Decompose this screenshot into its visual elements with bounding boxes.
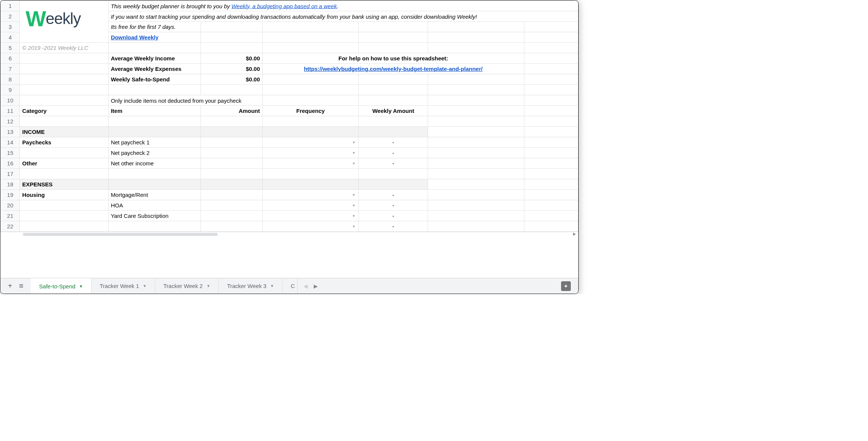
row-header[interactable]: 5 — [1, 43, 20, 53]
row-header[interactable]: 10 — [1, 95, 20, 106]
help-link[interactable]: https://weeklybudgeting.com/weekly-budge… — [304, 66, 483, 72]
row-header[interactable]: 1 — [1, 1, 20, 11]
safe-to-spend-label: Weekly Safe-to-Spend — [108, 74, 201, 85]
weekly-amount-cell: - — [359, 137, 428, 148]
category-housing: Housing — [20, 190, 108, 200]
item-paycheck1[interactable]: Net paycheck 1 — [108, 137, 201, 148]
tab-controls: + ≡ — [4, 278, 31, 294]
row-header[interactable]: 4 — [1, 32, 20, 43]
row-header[interactable]: 11 — [1, 106, 20, 116]
frequency-dropdown[interactable] — [262, 211, 359, 221]
item-mortgage[interactable]: Mortgage/Rent — [108, 190, 201, 200]
frequency-dropdown[interactable] — [262, 158, 359, 169]
tab-safe-to-spend[interactable]: Safe-to-Spend ▼ — [31, 278, 91, 294]
all-sheets-icon[interactable]: ≡ — [19, 282, 24, 290]
sparkle-icon: ✦ — [564, 283, 568, 289]
row-header[interactable]: 18 — [1, 179, 20, 190]
scroll-right-icon[interactable]: ▶ — [573, 232, 576, 236]
tab-tracker-week-1[interactable]: Tracker Week 1 ▼ — [91, 278, 155, 294]
tab-label: Tracker Week 3 — [227, 283, 266, 289]
amount-cell[interactable] — [201, 190, 262, 200]
weekly-amount-cell: - — [359, 158, 428, 169]
tab-label: Safe-to-Spend — [39, 283, 75, 290]
avg-expenses-value: $0.00 — [201, 64, 262, 74]
row-header[interactable]: 7 — [1, 64, 20, 74]
avg-expenses-label: Average Weekly Expenses — [108, 64, 201, 74]
tab-label: Tracker Week 1 — [100, 283, 139, 289]
avg-income-label: Average Weekly Income — [108, 53, 201, 64]
row-header[interactable]: 17 — [1, 169, 20, 179]
intro-line-2: If you want to start tracking your spend… — [108, 11, 578, 22]
tab-partial[interactable]: C — [283, 278, 298, 294]
frequency-dropdown[interactable] — [262, 137, 359, 148]
grid-area: 1 Weekly This weekly budget planner is b… — [0, 0, 578, 278]
row-header[interactable]: 9 — [1, 85, 20, 95]
chevron-down-icon[interactable]: ▼ — [143, 284, 147, 288]
frequency-dropdown[interactable] — [262, 190, 359, 200]
weekly-amount-cell: - — [359, 211, 428, 221]
amount-cell[interactable] — [201, 211, 262, 221]
scrollbar-thumb[interactable] — [23, 233, 218, 236]
weekly-amount-cell: - — [359, 190, 428, 200]
section-expenses: EXPENSES — [20, 179, 108, 190]
weekly-amount-cell: - — [359, 148, 428, 158]
chevron-down-icon[interactable]: ▼ — [79, 284, 83, 288]
download-weekly-link[interactable]: Download Weekly — [111, 34, 159, 40]
add-sheet-icon[interactable]: + — [8, 282, 12, 290]
safe-to-spend-value: $0.00 — [201, 74, 262, 85]
row-header[interactable]: 13 — [1, 127, 20, 137]
item-other-income[interactable]: Net other income — [108, 158, 201, 169]
item-hoa[interactable]: HOA — [108, 200, 201, 211]
frequency-dropdown[interactable] — [262, 148, 359, 158]
logo-cell: Weekly — [20, 1, 108, 43]
amount-cell[interactable] — [201, 148, 262, 158]
tab-navigation: ◀ ▶ — [298, 278, 324, 294]
amount-cell[interactable] — [201, 137, 262, 148]
tab-scroll-right-icon[interactable]: ▶ — [314, 283, 318, 289]
copyright-text: © 2019 -2021 Weekly LLC — [20, 43, 108, 53]
item-yard[interactable]: Yard Care Subscription — [108, 211, 201, 221]
row-header[interactable]: 22 — [1, 221, 20, 232]
row-header[interactable]: 21 — [1, 211, 20, 221]
row-header[interactable]: 12 — [1, 116, 20, 127]
chevron-down-icon[interactable]: ▼ — [270, 284, 274, 288]
row-header[interactable]: 16 — [1, 158, 20, 169]
row-header[interactable]: 20 — [1, 200, 20, 211]
tab-tracker-week-2[interactable]: Tracker Week 2 ▼ — [155, 278, 219, 294]
tab-tracker-week-3[interactable]: Tracker Week 3 ▼ — [219, 278, 283, 294]
item-paycheck2[interactable]: Net paycheck 2 — [108, 148, 201, 158]
col-amount: Amount — [201, 106, 262, 116]
amount-cell[interactable] — [201, 221, 262, 232]
row-header[interactable]: 2 — [1, 11, 20, 22]
col-weekly-amount: Weekly Amount — [359, 106, 428, 116]
note-text: Only include items not deducted from you… — [108, 95, 262, 106]
col-item: Item — [108, 106, 201, 116]
tab-scroll-left-icon[interactable]: ◀ — [304, 283, 308, 289]
chevron-down-icon[interactable]: ▼ — [207, 284, 210, 288]
amount-cell[interactable] — [201, 158, 262, 169]
intro-suffix: . — [337, 3, 338, 9]
spreadsheet-grid[interactable]: 1 Weekly This weekly budget planner is b… — [0, 0, 578, 232]
amount-cell[interactable] — [201, 200, 262, 211]
weekly-app-link[interactable]: Weekly, a budgeting app based on a week — [231, 3, 337, 9]
explore-button[interactable]: ✦ — [561, 281, 571, 291]
row-header[interactable]: 15 — [1, 148, 20, 158]
weekly-amount-cell: - — [359, 221, 428, 232]
category-other: Other — [20, 158, 108, 169]
intro-line-1: This weekly budget planner is brought to… — [108, 1, 578, 11]
avg-income-value: $0.00 — [201, 53, 262, 64]
row-header[interactable]: 8 — [1, 74, 20, 85]
frequency-dropdown[interactable] — [262, 221, 359, 232]
frequency-dropdown[interactable] — [262, 200, 359, 211]
tab-label: C — [291, 283, 295, 289]
col-frequency: Frequency — [262, 106, 359, 116]
row-header[interactable]: 6 — [1, 53, 20, 64]
weekly-logo: Weekly — [25, 4, 81, 29]
spreadsheet-window: 1 Weekly This weekly budget planner is b… — [0, 0, 579, 294]
section-income: INCOME — [20, 127, 108, 137]
horizontal-scrollbar[interactable]: ▶ — [0, 232, 578, 237]
help-label: For help on how to use this spreadsheet: — [262, 53, 524, 64]
row-header[interactable]: 19 — [1, 190, 20, 200]
row-header[interactable]: 14 — [1, 137, 20, 148]
row-header[interactable]: 3 — [1, 22, 20, 32]
